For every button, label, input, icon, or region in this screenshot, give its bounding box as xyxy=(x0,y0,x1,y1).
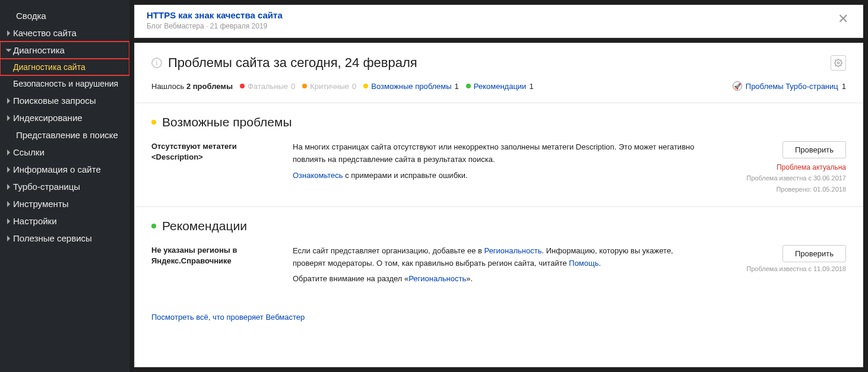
chevron-icon xyxy=(7,115,10,121)
issue-description: Если сайт представляет организацию, доба… xyxy=(293,245,709,289)
gear-icon xyxy=(834,59,842,67)
sidebar-item[interactable]: Ссылки xyxy=(0,144,129,161)
checked-date: Проверено: 01.05.2018 xyxy=(721,185,846,194)
sidebar-item[interactable]: Турбо-страницы xyxy=(0,178,129,195)
status-badge: Проблема актуальна xyxy=(721,163,846,171)
known-since: Проблема известна с 30.06.2017 xyxy=(721,174,846,183)
sidebar-item[interactable]: Настройки xyxy=(0,212,129,230)
sidebar: СводкаКачество сайтаДиагностикаДиагности… xyxy=(0,0,129,372)
sidebar-item-label: Инструменты xyxy=(13,199,69,209)
chevron-icon xyxy=(7,98,10,104)
chevron-icon xyxy=(7,201,10,207)
chevron-icon xyxy=(7,218,10,224)
chevron-icon xyxy=(7,167,10,173)
page-header: i Проблемы сайта за сегодня, 24 февраля xyxy=(151,55,846,71)
chevron-icon xyxy=(6,49,12,52)
view-all-link[interactable]: Посмотреть всё, что проверяет Вебмастер xyxy=(151,313,305,322)
sidebar-item-label: Настройки xyxy=(13,216,57,226)
sidebar-item-label: Диагностика xyxy=(13,45,65,55)
regionality-link[interactable]: Региональность xyxy=(408,274,466,283)
summary-badge: Критичные 0 xyxy=(302,82,356,91)
status-dot-icon xyxy=(151,120,156,125)
section-title: Возможные проблемы xyxy=(162,115,292,129)
sidebar-item-label: Информация о сайте xyxy=(13,164,101,174)
sidebar-item[interactable]: Полезные сервисы xyxy=(0,230,129,247)
sidebar-item-label: Полезные сервисы xyxy=(13,233,92,243)
settings-button[interactable] xyxy=(831,55,846,71)
sidebar-item[interactable]: Поисковые запросы xyxy=(0,92,129,109)
status-dot-icon xyxy=(466,84,471,88)
summary-badge: Фатальные 0 xyxy=(240,82,295,91)
chevron-icon xyxy=(7,236,10,241)
sidebar-item-label: Качество сайта xyxy=(13,28,77,38)
banner-meta: Блог Вебмастера · 21 февраля 2019 xyxy=(147,22,283,30)
regionality-link[interactable]: Региональность xyxy=(484,246,542,255)
summary-badge[interactable]: Рекомендации 1 xyxy=(466,82,534,91)
section-title: Рекомендации xyxy=(162,219,247,233)
sidebar-subitem[interactable]: Диагностика сайта xyxy=(0,59,129,75)
summary-row: Нашлось 2 проблемы Фатальные 0Критичные … xyxy=(151,81,846,91)
sidebar-item[interactable]: Представление в поиске xyxy=(0,126,129,144)
status-dot-icon xyxy=(240,84,245,88)
issue-description: На многих страницах сайта отсутствуют ил… xyxy=(293,141,709,195)
check-button[interactable]: Проверить xyxy=(783,141,846,158)
turbo-problems-link[interactable]: 🚀 Проблемы Турбо-страниц 1 xyxy=(733,81,846,91)
sidebar-item-label: Ссылки xyxy=(13,147,45,157)
info-icon: i xyxy=(151,58,162,68)
status-dot-icon xyxy=(302,84,307,88)
sidebar-subitem[interactable]: Безопасность и нарушения xyxy=(0,75,129,92)
close-icon[interactable]: ✕ xyxy=(835,10,851,28)
sidebar-item[interactable]: Диагностика xyxy=(0,42,129,59)
sidebar-item-label: Турбо-страницы xyxy=(13,182,80,192)
sidebar-item-label: Индексирование xyxy=(13,113,83,123)
content-area: i Проблемы сайта за сегодня, 24 февраля … xyxy=(134,43,863,367)
chevron-icon xyxy=(7,184,10,190)
page-title: Проблемы сайта за сегодня, 24 февраля xyxy=(168,55,417,71)
learn-more-link[interactable]: Ознакомьтесь xyxy=(293,171,343,180)
check-button[interactable]: Проверить xyxy=(783,245,846,262)
issue-name: Отсутствуют метатеги <Description> xyxy=(151,141,281,195)
banner-title[interactable]: HTTPS как знак качества сайта xyxy=(147,10,283,20)
sidebar-item[interactable]: Качество сайта xyxy=(0,24,129,42)
sidebar-item[interactable]: Индексирование xyxy=(0,109,129,126)
summary-badge[interactable]: Возможные проблемы 1 xyxy=(363,82,459,91)
issue-name: Не указаны регионы в Яндекс.Справочнике xyxy=(151,245,281,289)
sidebar-item[interactable]: Информация о сайте xyxy=(0,161,129,178)
status-dot-icon xyxy=(151,224,156,228)
sidebar-item[interactable]: Инструменты xyxy=(0,195,129,212)
sidebar-item-label: Сводка xyxy=(16,11,46,21)
issue-row: Отсутствуют метатеги <Description>На мно… xyxy=(151,141,846,195)
chevron-icon xyxy=(7,30,10,36)
help-link[interactable]: Помощь xyxy=(569,259,598,268)
sidebar-item-label: Представление в поиске xyxy=(16,130,118,140)
rocket-icon: 🚀 xyxy=(733,81,742,91)
svg-point-0 xyxy=(837,62,840,64)
sidebar-item[interactable]: Сводка xyxy=(0,7,129,24)
status-dot-icon xyxy=(363,84,368,88)
chevron-icon xyxy=(7,150,10,155)
promo-banner: HTTPS как знак качества сайта Блог Вебма… xyxy=(134,5,863,38)
sidebar-item-label: Поисковые запросы xyxy=(13,96,96,106)
issue-row: Не указаны регионы в Яндекс.СправочникеЕ… xyxy=(151,245,846,289)
known-since: Проблема известна с 11.09.2018 xyxy=(721,265,846,274)
found-label: Нашлось 2 проблемы xyxy=(151,82,233,91)
